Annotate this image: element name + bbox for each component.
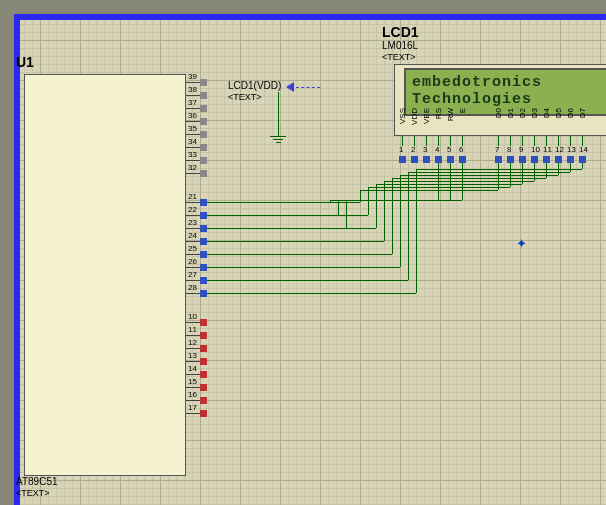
u1-pin-num: 21 xyxy=(188,193,197,201)
u1-pin-num: 15 xyxy=(188,378,197,386)
ruler-horizontal xyxy=(0,0,606,14)
lcd-pin-name: D3 xyxy=(530,108,539,118)
lcd-pin-name: D4 xyxy=(542,108,551,118)
u1-text-tag: <TEXT> xyxy=(16,488,50,498)
pin-terminal[interactable] xyxy=(200,264,207,271)
u1-pin-num: 23 xyxy=(188,219,197,227)
pin-terminal[interactable] xyxy=(200,384,207,391)
lcd-pin-num: 10 xyxy=(531,146,540,154)
pin-terminal[interactable] xyxy=(531,156,538,163)
pin-terminal[interactable] xyxy=(200,212,207,219)
pin-terminal[interactable] xyxy=(200,345,207,352)
lcd-pin-name: D1 xyxy=(506,108,515,118)
lcd-pin-num: 14 xyxy=(579,146,588,154)
probe-icon xyxy=(286,82,294,92)
lcd-pin-num: 12 xyxy=(555,146,564,154)
pin-terminal[interactable] xyxy=(200,170,207,177)
lcd-pin-num: 6 xyxy=(459,146,463,154)
pin-terminal[interactable] xyxy=(495,156,502,163)
lcd-line1: embedotronics xyxy=(412,74,606,91)
u1-pin-num: 13 xyxy=(188,352,197,360)
pin-terminal[interactable] xyxy=(555,156,562,163)
pin-terminal[interactable] xyxy=(200,105,207,112)
u1-pin-num: 38 xyxy=(188,86,197,94)
lcd-pin-name: RW xyxy=(446,108,455,121)
u1-pin-num: 14 xyxy=(188,365,197,373)
sheet-border-top xyxy=(14,14,606,20)
lcd-pin-num: 9 xyxy=(519,146,523,154)
pin-terminal[interactable] xyxy=(200,92,207,99)
pin-terminal[interactable] xyxy=(411,156,418,163)
lcd-ref: LCD1 xyxy=(382,24,419,40)
lcd-pin-name: VSS xyxy=(398,108,407,124)
pin-terminal[interactable] xyxy=(200,290,207,297)
cursor-icon: ✦ xyxy=(516,240,524,248)
u1-pin-num: 39 xyxy=(188,73,197,81)
probe-label: LCD1(VDD) xyxy=(228,80,281,91)
pin-terminal[interactable] xyxy=(200,319,207,326)
pin-terminal[interactable] xyxy=(200,157,207,164)
u1-pin-num: 22 xyxy=(188,206,197,214)
lcd-pin-name: D5 xyxy=(554,108,563,118)
u1-pin-num: 34 xyxy=(188,138,197,146)
pin-terminal[interactable] xyxy=(579,156,586,163)
u1-pin-num: 12 xyxy=(188,339,197,347)
lcd-pin-name: D7 xyxy=(578,108,587,118)
lcd-pin-num: 13 xyxy=(567,146,576,154)
lcd-pin-num: 3 xyxy=(423,146,427,154)
pin-terminal[interactable] xyxy=(200,251,207,258)
pin-terminal[interactable] xyxy=(200,397,207,404)
u1-pin-num: 28 xyxy=(188,284,197,292)
u1-pin-num: 25 xyxy=(188,245,197,253)
pin-terminal[interactable] xyxy=(435,156,442,163)
u1-pin-num: 36 xyxy=(188,112,197,120)
lcd-pin-num: 7 xyxy=(495,146,499,154)
pin-terminal[interactable] xyxy=(459,156,466,163)
pin-terminal[interactable] xyxy=(200,358,207,365)
u1-pin-num: 33 xyxy=(188,151,197,159)
pin-terminal[interactable] xyxy=(200,131,207,138)
lcd-pin-name: RS xyxy=(434,108,443,119)
pin-terminal[interactable] xyxy=(423,156,430,163)
pin-terminal[interactable] xyxy=(507,156,514,163)
lcd-pin-name: D0 xyxy=(494,108,503,118)
lcd-pin-name: E xyxy=(458,108,467,113)
lcd-pin-num: 4 xyxy=(435,146,439,154)
probe-dash xyxy=(296,87,320,89)
lcd-pin-num: 1 xyxy=(399,146,403,154)
u1-pin-num: 16 xyxy=(188,391,197,399)
pin-terminal[interactable] xyxy=(200,238,207,245)
lcd-line2: Technologies xyxy=(412,91,606,108)
gnd-stem xyxy=(278,92,279,136)
sheet-border-left xyxy=(14,14,20,505)
u1-pin-num: 37 xyxy=(188,99,197,107)
pin-terminal[interactable] xyxy=(200,371,207,378)
u1-pin-num: 24 xyxy=(188,232,197,240)
pin-terminal[interactable] xyxy=(447,156,454,163)
pin-terminal[interactable] xyxy=(519,156,526,163)
pin-terminal[interactable] xyxy=(399,156,406,163)
ruler-vertical xyxy=(0,0,14,505)
pin-terminal[interactable] xyxy=(200,199,207,206)
u1-pin-num: 11 xyxy=(188,326,197,334)
pin-terminal[interactable] xyxy=(200,225,207,232)
lcd-pin-name: D6 xyxy=(566,108,575,118)
u1-ref: U1 xyxy=(16,54,34,70)
pin-terminal[interactable] xyxy=(200,332,207,339)
pin-terminal[interactable] xyxy=(200,79,207,86)
u1-pin-num: 32 xyxy=(188,164,197,172)
pin-terminal[interactable] xyxy=(200,410,207,417)
u1-pin-num: 17 xyxy=(188,404,197,412)
u1-body[interactable] xyxy=(24,74,186,476)
u1-pin-num: 27 xyxy=(188,271,197,279)
pin-terminal[interactable] xyxy=(567,156,574,163)
pin-terminal[interactable] xyxy=(200,144,207,151)
lcd-pin-num: 11 xyxy=(543,146,552,154)
lcd-pin-num: 5 xyxy=(447,146,451,154)
pin-terminal[interactable] xyxy=(200,118,207,125)
lcd-part: LM016L xyxy=(382,40,418,51)
lcd-pin-name: VDD xyxy=(410,108,419,125)
pin-terminal[interactable] xyxy=(200,277,207,284)
pin-terminal[interactable] xyxy=(543,156,550,163)
u1-pin-num: 26 xyxy=(188,258,197,266)
